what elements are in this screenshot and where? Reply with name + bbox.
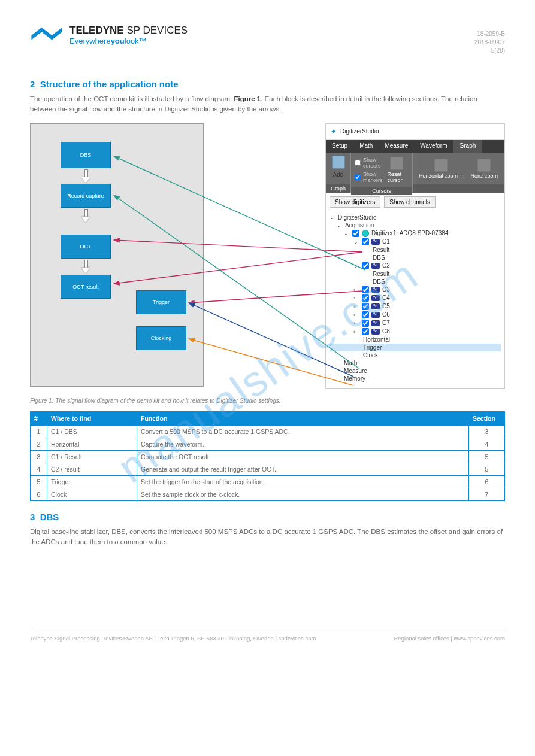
chevron-down-icon[interactable]: ⌄: [344, 230, 350, 236]
reset-cursor-icon[interactable]: [390, 157, 403, 170]
tree-acquisition[interactable]: Acquisition: [345, 222, 374, 229]
ribbon-group-graph: Graph: [326, 184, 350, 193]
horizontal-zoom-out-button[interactable]: Horiz zoom: [470, 173, 498, 179]
channel-icon: [371, 320, 380, 326]
digitizer-checkbox[interactable]: [352, 230, 359, 237]
tree-memory[interactable]: Memory: [344, 375, 365, 382]
tree-digitizer[interactable]: Digitizer1: ADQ8 SPD-07384: [371, 230, 448, 236]
ribbon-bar: Add Graph Show cursors Show markers Rese…: [326, 153, 504, 193]
add-graph-icon[interactable]: [332, 156, 345, 169]
digitizer-studio-screenshot: ✦ DigitizerStudio Setup Math Measure Wav…: [325, 123, 505, 389]
c1-checkbox[interactable]: [362, 238, 369, 245]
show-markers-checkbox[interactable]: [355, 174, 361, 180]
tree-trigger[interactable]: Trigger: [363, 344, 382, 351]
tree-c2-result[interactable]: Result: [373, 271, 389, 277]
channel-icon: [371, 263, 380, 269]
chevron-down-icon[interactable]: ⌄: [353, 263, 359, 269]
chevron-right-icon[interactable]: ›: [353, 295, 359, 301]
tree-toolbar: Show digitizers Show channels: [326, 193, 504, 211]
chevron-right-icon[interactable]: ›: [353, 320, 359, 326]
c6-checkbox[interactable]: [362, 311, 369, 318]
chevron-right-icon[interactable]: ›: [353, 287, 359, 293]
tree-c8[interactable]: C8: [382, 328, 390, 335]
flow-box-clocking: Clocking: [136, 326, 186, 350]
tree-c7[interactable]: C7: [382, 320, 390, 326]
tree-c5[interactable]: C5: [382, 303, 390, 309]
tab-measure[interactable]: Measure: [379, 140, 414, 153]
tree-c4[interactable]: C4: [382, 294, 390, 301]
window-titlebar: ✦ DigitizerStudio: [326, 124, 504, 140]
tree-math[interactable]: Math: [344, 360, 357, 366]
ribbon-group-cursors: Cursors: [351, 187, 412, 195]
logo-brand: TELEDYNE SP DEVICES: [69, 25, 188, 37]
chevron-right-icon[interactable]: ›: [353, 303, 359, 309]
chevron-down-icon[interactable]: ⌄: [330, 214, 335, 220]
col-function: Function: [137, 411, 469, 425]
flow-arrow-icon: [81, 169, 90, 183]
table-row: 2HorizontalCapture the waveform.4: [31, 438, 505, 450]
add-button[interactable]: Add: [333, 171, 344, 178]
tree-c1-result[interactable]: Result: [373, 247, 389, 253]
tab-graph[interactable]: Graph: [453, 140, 482, 153]
chevron-right-icon[interactable]: ›: [353, 312, 359, 318]
tab-waveform[interactable]: Waveform: [414, 140, 453, 153]
tree-c2[interactable]: C2: [382, 262, 390, 269]
logo-tagline: Everywhereyoulook™: [69, 37, 188, 46]
teledyne-logo-icon: [30, 24, 65, 47]
col-section: Section: [469, 411, 505, 425]
flow-diagram: DBS Record capture OCT OCT result Trigge…: [30, 123, 204, 387]
zoom-out-icon[interactable]: [477, 159, 491, 172]
show-markers-label: Show markers: [363, 171, 383, 183]
tree-c3[interactable]: C3: [382, 286, 390, 293]
tree-c2-dbs[interactable]: DBS: [373, 278, 385, 285]
digitizer-status-icon: [362, 230, 369, 237]
tree-c1[interactable]: C1: [382, 238, 390, 245]
tree-horizontal[interactable]: Horizontal: [363, 336, 390, 343]
channel-icon: [371, 239, 380, 245]
channel-icon: [371, 303, 380, 309]
reset-cursor-button[interactable]: Reset cursor: [388, 171, 406, 183]
col-num: #: [31, 411, 47, 425]
section-2-title: 2 Structure of the application note: [30, 79, 505, 89]
zoom-in-icon[interactable]: [434, 159, 448, 172]
signal-flow-table: # Where to find Function Section 1C1 / D…: [30, 411, 505, 501]
ribbon-tabs: Setup Math Measure Waveform Graph: [326, 140, 504, 153]
table-row: 5TriggerSet the trigger for the start of…: [31, 475, 505, 488]
channel-icon: [371, 312, 380, 318]
c4-checkbox[interactable]: [362, 294, 369, 302]
tree-clock[interactable]: Clock: [363, 352, 378, 359]
flow-box-record: Record capture: [61, 184, 111, 208]
horizontal-zoom-in-button[interactable]: Horizontal zoom in: [419, 173, 464, 179]
tree-measure[interactable]: Measure: [344, 368, 367, 374]
table-row: 1C1 / DBSConvert a 500 MSPS to a DC accu…: [31, 425, 505, 438]
tab-math[interactable]: Math: [353, 140, 379, 153]
show-channels-button[interactable]: Show channels: [384, 196, 436, 208]
chevron-down-icon[interactable]: ⌄: [353, 239, 359, 245]
c7-checkbox[interactable]: [362, 320, 369, 327]
show-cursors-checkbox[interactable]: [355, 160, 361, 166]
section-3-title: 3 DBS: [30, 512, 505, 522]
show-cursors-label: Show cursors: [363, 157, 383, 169]
page-footer: Teledyne Signal Processing Devices Swede…: [30, 631, 505, 642]
show-digitizers-button[interactable]: Show digitizers: [330, 196, 380, 208]
c3-checkbox[interactable]: [362, 286, 369, 293]
tab-setup[interactable]: Setup: [326, 140, 353, 153]
tree-root[interactable]: DigitizerStudio: [338, 214, 376, 221]
table-row: 4C2 / resultGenerate and output the resu…: [31, 463, 505, 475]
c5-checkbox[interactable]: [362, 303, 369, 310]
table-row: 3C1 / ResultCompute the OCT result.5: [31, 450, 505, 463]
channel-icon: [371, 295, 380, 301]
tree-c6[interactable]: C6: [382, 311, 390, 318]
table-row: 6ClockSet the sample clock or the k-cloc…: [31, 488, 505, 500]
section-3-body: Digital base-line stabilizer, DBS, conve…: [30, 527, 505, 548]
tree-c1-dbs[interactable]: DBS: [373, 254, 385, 261]
flow-arrow-icon: [81, 209, 90, 233]
c8-checkbox[interactable]: [362, 328, 369, 335]
chevron-right-icon[interactable]: ›: [353, 329, 359, 335]
app-icon: ✦: [331, 127, 337, 136]
flow-box-trigger: Trigger: [136, 290, 186, 314]
chevron-down-icon[interactable]: ⌄: [337, 222, 343, 228]
tree-view: ⌄DigitizerStudio ⌄Acquisition ⌄Digitizer…: [326, 211, 504, 388]
c2-checkbox[interactable]: [362, 262, 369, 269]
col-where: Where to find: [47, 411, 137, 425]
